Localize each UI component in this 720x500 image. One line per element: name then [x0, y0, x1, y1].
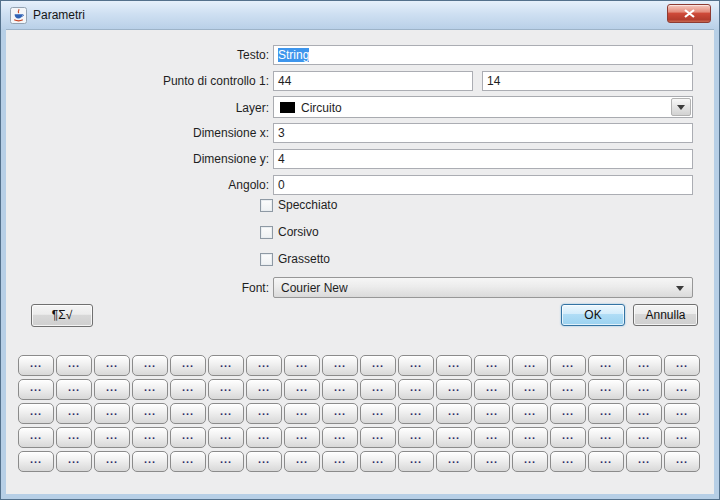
macro-grid-button[interactable]: ...	[664, 403, 700, 424]
macro-grid-button[interactable]: ...	[474, 355, 510, 376]
macro-grid-button[interactable]: ...	[322, 379, 358, 400]
macro-grid-button[interactable]: ...	[512, 451, 548, 472]
macro-grid-button[interactable]: ...	[322, 355, 358, 376]
macro-grid-button[interactable]: ...	[398, 379, 434, 400]
macro-grid-button[interactable]: ...	[56, 403, 92, 424]
macro-grid-button[interactable]: ...	[56, 427, 92, 448]
macro-grid-button[interactable]: ...	[436, 451, 472, 472]
macro-grid-button[interactable]: ...	[398, 427, 434, 448]
macro-grid-button[interactable]: ...	[284, 355, 320, 376]
macro-grid-button[interactable]: ...	[208, 355, 244, 376]
close-button[interactable]	[667, 4, 711, 23]
macro-grid-button[interactable]: ...	[588, 355, 624, 376]
macro-grid-button[interactable]: ...	[398, 355, 434, 376]
macro-grid-button[interactable]: ...	[322, 403, 358, 424]
macro-grid-button[interactable]: ...	[246, 379, 282, 400]
macro-grid-button[interactable]: ...	[208, 403, 244, 424]
macro-grid-button[interactable]: ...	[132, 355, 168, 376]
macro-grid-button[interactable]: ...	[56, 451, 92, 472]
macro-grid-button[interactable]: ...	[360, 379, 396, 400]
ok-button[interactable]: OK	[561, 304, 625, 326]
macro-grid-button[interactable]: ...	[18, 427, 54, 448]
macro-grid-button[interactable]: ...	[132, 403, 168, 424]
macro-grid-button[interactable]: ...	[550, 379, 586, 400]
macro-grid-button[interactable]: ...	[246, 427, 282, 448]
macro-grid-button[interactable]: ...	[208, 451, 244, 472]
macro-grid-button[interactable]: ...	[360, 355, 396, 376]
macro-grid-button[interactable]: ...	[132, 427, 168, 448]
macro-grid-button[interactable]: ...	[360, 427, 396, 448]
macro-grid-button[interactable]: ...	[588, 451, 624, 472]
macro-grid-button[interactable]: ...	[18, 379, 54, 400]
macro-grid-button[interactable]: ...	[56, 379, 92, 400]
macro-grid-button[interactable]: ...	[170, 355, 206, 376]
macro-grid-button[interactable]: ...	[588, 379, 624, 400]
macro-grid-button[interactable]: ...	[626, 451, 662, 472]
macro-grid-button[interactable]: ...	[18, 355, 54, 376]
dimension-x-input[interactable]: 3	[273, 123, 693, 143]
macro-grid-button[interactable]: ...	[398, 451, 434, 472]
macro-grid-button[interactable]: ...	[626, 403, 662, 424]
macro-grid-button[interactable]: ...	[664, 355, 700, 376]
macro-grid-button[interactable]: ...	[550, 355, 586, 376]
macro-grid-button[interactable]: ...	[208, 427, 244, 448]
macro-grid-button[interactable]: ...	[626, 379, 662, 400]
macro-grid-button[interactable]: ...	[18, 403, 54, 424]
macro-grid-button[interactable]: ...	[360, 403, 396, 424]
macro-grid-button[interactable]: ...	[588, 403, 624, 424]
macro-grid-button[interactable]: ...	[94, 427, 130, 448]
macro-grid-button[interactable]: ...	[284, 427, 320, 448]
macro-grid-button[interactable]: ...	[18, 451, 54, 472]
macro-grid-button[interactable]: ...	[512, 379, 548, 400]
corsivo-checkbox[interactable]	[260, 226, 273, 239]
macro-grid-button[interactable]: ...	[322, 451, 358, 472]
control-point-y-input[interactable]: 14	[482, 71, 693, 91]
macro-grid-button[interactable]: ...	[170, 403, 206, 424]
annulla-button[interactable]: Annulla	[633, 304, 698, 326]
grassetto-checkbox[interactable]	[260, 253, 273, 266]
dimension-y-input[interactable]: 4	[273, 149, 693, 169]
macro-grid-button[interactable]: ...	[664, 427, 700, 448]
macro-grid-button[interactable]: ...	[626, 427, 662, 448]
macro-grid-button[interactable]: ...	[626, 355, 662, 376]
macro-grid-button[interactable]: ...	[436, 379, 472, 400]
macro-grid-button[interactable]: ...	[512, 355, 548, 376]
macro-grid-button[interactable]: ...	[322, 427, 358, 448]
macro-grid-button[interactable]: ...	[94, 451, 130, 472]
macro-grid-button[interactable]: ...	[474, 451, 510, 472]
testo-input[interactable]: String	[273, 45, 693, 65]
macro-grid-button[interactable]: ...	[664, 379, 700, 400]
macro-grid-button[interactable]: ...	[474, 403, 510, 424]
title-bar[interactable]: Parametri	[1, 1, 719, 29]
macro-grid-button[interactable]: ...	[588, 427, 624, 448]
macro-grid-button[interactable]: ...	[284, 379, 320, 400]
macro-grid-button[interactable]: ...	[208, 379, 244, 400]
macro-grid-button[interactable]: ...	[132, 451, 168, 472]
macro-grid-button[interactable]: ...	[56, 355, 92, 376]
macro-grid-button[interactable]: ...	[550, 451, 586, 472]
macro-grid-button[interactable]: ...	[246, 355, 282, 376]
macro-grid-button[interactable]: ...	[132, 379, 168, 400]
macro-grid-button[interactable]: ...	[170, 379, 206, 400]
macro-grid-button[interactable]: ...	[170, 451, 206, 472]
macro-grid-button[interactable]: ...	[550, 427, 586, 448]
symbols-button[interactable]: ¶Σ√	[31, 304, 93, 327]
specchiato-checkbox[interactable]	[260, 199, 273, 212]
macro-grid-button[interactable]: ...	[360, 451, 396, 472]
font-combobox[interactable]: Courier New	[273, 277, 693, 298]
macro-grid-button[interactable]: ...	[550, 403, 586, 424]
macro-grid-button[interactable]: ...	[398, 403, 434, 424]
macro-grid-button[interactable]: ...	[436, 427, 472, 448]
macro-grid-button[interactable]: ...	[512, 403, 548, 424]
macro-grid-button[interactable]: ...	[284, 403, 320, 424]
macro-grid-button[interactable]: ...	[512, 427, 548, 448]
angle-input[interactable]: 0	[273, 175, 693, 195]
macro-grid-button[interactable]: ...	[284, 451, 320, 472]
macro-grid-button[interactable]: ...	[474, 379, 510, 400]
macro-grid-button[interactable]: ...	[246, 451, 282, 472]
macro-grid-button[interactable]: ...	[664, 451, 700, 472]
macro-grid-button[interactable]: ...	[94, 403, 130, 424]
macro-grid-button[interactable]: ...	[94, 379, 130, 400]
layer-dropdown-button[interactable]	[671, 98, 691, 116]
macro-grid-button[interactable]: ...	[246, 403, 282, 424]
